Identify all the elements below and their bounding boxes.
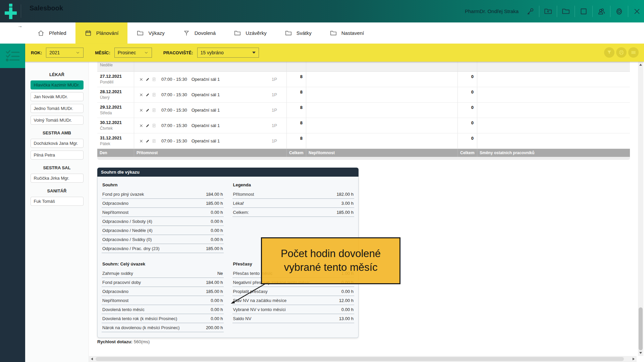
window-button[interactable] [579,7,588,16]
tab-dovolena[interactable]: Dovolená [174,22,225,44]
other-shifts-cell [477,103,630,118]
calendar-icon [85,29,92,37]
sidebar-item-fuk-tomas[interactable]: Fuk Tomáš [31,197,84,206]
edit-shift-icon[interactable] [145,93,150,97]
scroll-up-arrow[interactable] [639,64,642,66]
summary-row: Stav NV na začátku měsíce12.00 h [232,296,355,305]
shift-code: 1P [272,92,277,97]
shift-place: Operační sál 1 [192,108,220,113]
row-day: Čtvrtek [100,126,134,131]
row-date: 28.12.2021 [100,89,134,95]
row-day: Neděle [100,63,134,68]
absence-cell [306,87,458,102]
tab-label: Plánování [96,30,119,36]
sidebar-item-jedno-tomas-mudr-[interactable]: Jedno Tomáš MUDr. [31,104,84,113]
planning-list-button[interactable] [0,44,25,68]
copy-shift-icon[interactable] [152,77,156,82]
absence-cell [306,133,458,148]
delete-shift-icon[interactable] [139,123,144,128]
month-value: Prosinec [118,50,136,55]
filter-bar: ROK: 2021 MĚSÍC: Prosinec PRACOVIŠTĚ: 15… [25,44,644,62]
delete-shift-icon[interactable] [139,77,144,82]
row-day: Středa [100,111,134,116]
tab-prehled[interactable]: Přehled [28,22,75,44]
workplace-select[interactable]: 15 vybráno [197,48,259,58]
summary-row-label: Saldo NV [233,316,252,321]
scroll-down-arrow[interactable] [639,352,642,354]
edit-shift-icon[interactable] [145,139,150,143]
print-button[interactable] [616,47,627,58]
year-select[interactable]: 2021 [46,48,84,58]
sidebar-group-title: SESTRA SAL [25,165,89,170]
scroll-right-arrow[interactable] [633,358,635,360]
filter-button[interactable] [604,47,614,58]
header-actions: PharmDr. Ondřej Straka N [465,0,641,22]
summary-row-value: 0.00 h [211,298,223,303]
sidebar-item-rucicka-jirka-mgr-[interactable]: Ručička Jirka Mgr. [31,174,84,183]
month-select[interactable]: Prosinec [114,48,152,58]
schedule-table: 26.12.2021 Neděle 27.12.2021Pondělí07:00… [97,62,630,160]
vertical-scroll-thumb[interactable] [639,307,643,350]
presence-total: 8 [287,103,306,118]
tab-uzaverky[interactable]: Uzávěrky [225,22,276,44]
summary-row-label: Nárok na dovolenou (k měsíci Prosinec) [102,325,180,330]
edit-shift-icon[interactable] [145,108,150,113]
vertical-scrollbar[interactable] [638,62,643,356]
users-button[interactable] [597,7,606,16]
summary-row-label: Fond pracovní doby [102,280,141,285]
summary-row-value: 184.00 h [206,280,223,285]
copy-shift-icon[interactable] [152,93,156,97]
folder-icon [285,29,292,37]
tab-planovani[interactable]: Plánování [75,22,128,44]
shift-place: Operační sál 1 [192,77,220,82]
gear-button[interactable] [615,7,624,16]
folder-n-button[interactable]: N [544,7,552,16]
summary-row: Proplatit přesčasy0.00 h [232,287,355,296]
summary-row-label: Odpracováno / Svátky (0) [102,237,152,242]
other-shifts-cell [477,133,630,148]
vacation-hours-tooltip: Počet hodin dovolené vybrané tento měsíc [261,237,400,284]
workplace-value: 15 vybráno [201,50,224,55]
tab-svatky[interactable]: Svátky [276,22,321,44]
divider [628,6,628,17]
summary-row: Odpracováno185.00 h [102,287,224,296]
collapse-arrow-icon[interactable]: → [17,23,22,28]
delete-shift-icon[interactable] [139,139,144,143]
absence-total: 0 [458,87,477,102]
close-button[interactable] [633,7,641,16]
summary-section-title: Souhrn: Celý úvazek [102,260,224,269]
tab-nastaveni[interactable]: Nastavení [321,22,373,44]
row-date: 26.12.2021 [100,62,134,62]
tab-vykazy[interactable]: Výkazy [127,22,173,44]
summary-section-souhrn-cely-uvazek: Souhrn: Celý úvazekZahrnuje svátkyNeFond… [102,260,224,332]
users-icon [597,7,606,16]
year-label: ROK: [31,50,42,55]
copy-shift-icon[interactable] [152,123,156,128]
summary-row: Odpracováno / Soboty (4)0.00 h [102,217,224,226]
tab-label: Přehled [49,30,66,36]
presence-total: 8 [287,87,306,102]
table-bottom-track [97,157,630,160]
col-header: Nepřítomnost [306,149,458,157]
copy-shift-icon[interactable] [152,139,156,143]
delete-shift-icon[interactable] [139,108,144,113]
shift-code: 1P [272,77,277,82]
key-button[interactable] [526,7,535,16]
copy-shift-icon[interactable] [152,108,156,113]
horizontal-scrollbar[interactable] [89,356,637,362]
nav-tabs: PřehledPlánováníVýkazyDovolenáUzávěrkySv… [0,22,644,44]
horizontal-scroll-thumb[interactable] [96,357,624,361]
summary-row-label: Odpracováno / Soboty (4) [102,219,152,224]
sidebar-item-hlavicka-kazimir-mudr-[interactable]: Hlavička Kazimír MUDr. [31,80,84,89]
funnel-icon [183,29,190,37]
sidebar-item-jan-novak-mudr-[interactable]: Jan Novák MUDr. [31,92,84,101]
scroll-left-arrow[interactable] [91,358,93,360]
sidebar-item-volny-tomas-mudr-[interactable]: Volný Tomáš MUDr. [31,116,84,125]
edit-shift-icon[interactable] [145,123,150,128]
delete-shift-icon[interactable] [139,93,144,97]
menu-button[interactable] [628,47,639,58]
sidebar-item-pilna-petra[interactable]: Pilná Petra [31,150,84,160]
edit-shift-icon[interactable] [145,77,150,82]
sidebar-item-dochazkova-jana-mgr-[interactable]: Docházková Jana Mgr. [31,139,84,148]
folder-button[interactable] [561,7,570,16]
